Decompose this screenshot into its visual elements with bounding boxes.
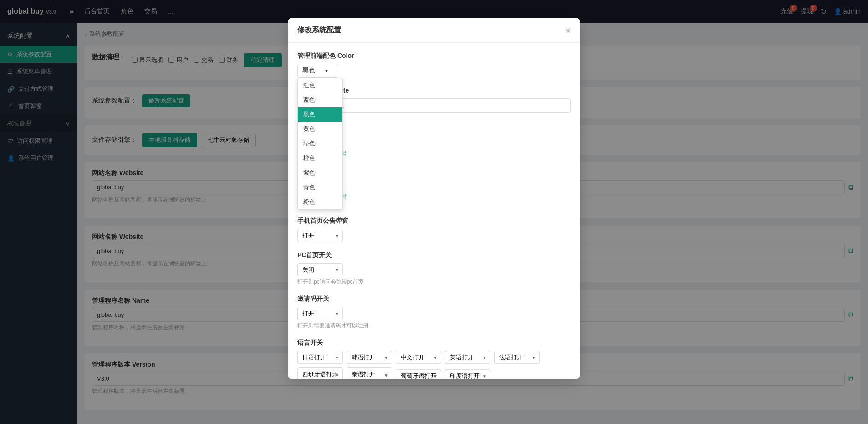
- lang-hi-select[interactable]: 印度语打开 印度语关闭: [445, 369, 490, 379]
- color-option-purple[interactable]: 紫色: [298, 165, 342, 180]
- color-dropdown-trigger[interactable]: 黑色 ▼: [297, 64, 338, 78]
- modal-header: 修改系统配置 ×: [288, 18, 580, 43]
- lang-es-select[interactable]: 西班牙语打开 西班牙语关闭: [297, 367, 343, 379]
- color-option-orange[interactable]: 橙色: [298, 151, 342, 165]
- modal-mobile-popup-field: 手机首页公告弹窗 打开 关闭: [297, 217, 571, 242]
- chevron-down-icon: ▼: [324, 68, 329, 73]
- modal-invite-switch-label: 邀请码开关: [297, 295, 571, 303]
- lang-toggles: 日语打开 日语关闭 韩语打开 韩语关闭 中文打开 中文关闭: [297, 351, 571, 379]
- modal-body: 管理前端配色 Color 黑色 ▼ 红色 蓝色 黑色 黄色 绿色 橙色 紫色: [288, 43, 580, 379]
- modal-color-label: 管理前端配色 Color: [297, 52, 571, 60]
- mobile-popup-select-wrapper: 打开 关闭: [297, 229, 343, 242]
- lang-kr-select[interactable]: 韩语打开 韩语关闭: [347, 351, 392, 364]
- color-dropdown-popup: 红色 蓝色 黑色 黄色 绿色 橙色 紫色 青色 粉色: [297, 78, 343, 210]
- modal-title: 修改系统配置: [297, 26, 341, 35]
- modal-mobile-popup-label: 手机首页公告弹窗: [297, 217, 571, 225]
- lang-th-select[interactable]: 泰语打开 泰语关闭: [347, 367, 392, 379]
- invite-switch-select[interactable]: 打开 关闭: [297, 307, 343, 320]
- modal-lang-switch-label: 语言开关: [297, 339, 571, 347]
- lang-jp-wrapper: 日语打开 日语关闭: [297, 351, 343, 364]
- modal-invite-switch-field: 邀请码开关 打开 关闭 打开则需要邀请码才可以注册: [297, 295, 571, 330]
- modal-pc-switch-hint: 打开则pc访问会跳转pc首页: [297, 278, 571, 286]
- modal-invite-switch-hint: 打开则需要邀请码才可以注册: [297, 322, 571, 330]
- modal-color-field: 管理前端配色 Color 黑色 ▼ 红色 蓝色 黑色 黄色 绿色 橙色 紫色: [297, 52, 571, 78]
- lang-jp-select[interactable]: 日语打开 日语关闭: [297, 351, 343, 364]
- lang-en-wrapper: 英语打开 英语关闭: [445, 351, 490, 364]
- modify-config-modal: 修改系统配置 × 管理前端配色 Color 黑色 ▼ 红色 蓝色 黑色: [288, 18, 580, 379]
- invite-switch-select-wrapper: 打开 关闭: [297, 307, 343, 320]
- color-option-green[interactable]: 绿色: [298, 136, 342, 151]
- lang-hi-wrapper: 印度语打开 印度语关闭: [445, 369, 490, 379]
- color-option-blue[interactable]: 蓝色: [298, 93, 342, 107]
- lang-fr-wrapper: 法语打开 法语关闭: [494, 351, 540, 364]
- pc-switch-select[interactable]: 打开 关闭: [297, 263, 343, 276]
- lang-pt-select[interactable]: 葡萄牙语打开 葡萄牙语关闭: [396, 369, 441, 379]
- color-option-yellow[interactable]: 黄色: [298, 122, 342, 136]
- modal-overlay: 修改系统配置 × 管理前端配色 Color 黑色 ▼ 红色 蓝色 黑色: [0, 0, 868, 424]
- color-select-wrapper: 黑色 ▼ 红色 蓝色 黑色 黄色 绿色 橙色 紫色 青色 粉色: [297, 64, 338, 78]
- mobile-popup-select[interactable]: 打开 关闭: [297, 229, 343, 242]
- lang-fr-select[interactable]: 法语打开 法语关闭: [494, 351, 540, 364]
- pc-switch-select-wrapper: 打开 关闭: [297, 263, 343, 276]
- color-option-pink[interactable]: 粉色: [298, 195, 342, 209]
- lang-zh-wrapper: 中文打开 中文关闭: [396, 351, 441, 364]
- lang-en-select[interactable]: 英语打开 英语关闭: [445, 351, 490, 364]
- lang-th-wrapper: 泰语打开 泰语关闭: [347, 367, 392, 379]
- modal-lang-switch-field: 语言开关 日语打开 日语关闭 韩语打开 韩语关闭: [297, 339, 571, 379]
- modal-close-button[interactable]: ×: [565, 26, 571, 35]
- color-option-cyan[interactable]: 青色: [298, 180, 342, 195]
- color-option-red[interactable]: 红色: [298, 78, 342, 93]
- lang-es-wrapper: 西班牙语打开 西班牙语关闭: [297, 367, 343, 379]
- lang-zh-select[interactable]: 中文打开 中文关闭: [396, 351, 441, 364]
- modal-pc-switch-label: PC首页开关: [297, 251, 571, 259]
- lang-pt-wrapper: 葡萄牙语打开 葡萄牙语关闭: [396, 369, 441, 379]
- modal-pc-switch-field: PC首页开关 打开 关闭 打开则pc访问会跳转pc首页: [297, 251, 571, 286]
- lang-kr-wrapper: 韩语打开 韩语关闭: [347, 351, 392, 364]
- color-option-black[interactable]: 黑色: [298, 107, 342, 122]
